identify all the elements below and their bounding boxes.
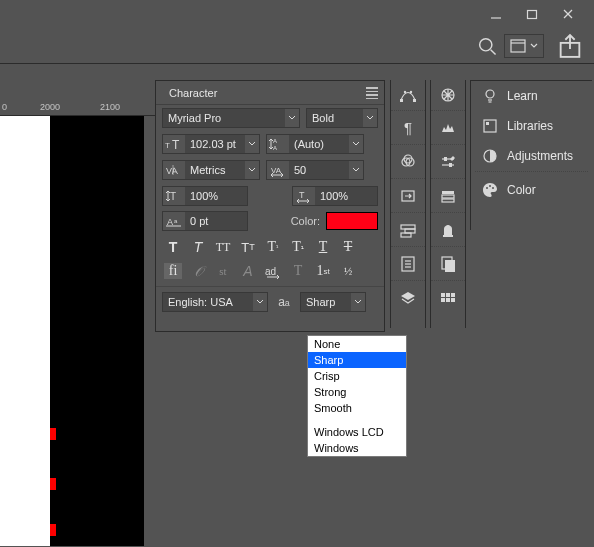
svg-text:T: T bbox=[170, 191, 176, 202]
tab-character[interactable]: Character bbox=[159, 84, 227, 104]
font-style-select[interactable]: Bold bbox=[306, 108, 378, 128]
svg-point-62 bbox=[489, 185, 491, 187]
font-family-select[interactable]: Myriad Pro bbox=[162, 108, 300, 128]
share-button[interactable] bbox=[556, 34, 584, 58]
subscript-button[interactable]: T₁ bbox=[289, 239, 307, 255]
chevron-down-icon bbox=[363, 109, 377, 127]
anti-alias-select[interactable]: Sharp bbox=[300, 292, 366, 312]
superscript-button[interactable]: T¹ bbox=[264, 239, 282, 255]
panel-menu-button[interactable] bbox=[366, 87, 378, 99]
options-bar bbox=[0, 28, 594, 64]
horizontal-scale-field[interactable]: T 100% bbox=[292, 186, 378, 206]
panel-label: Libraries bbox=[507, 119, 553, 133]
leading-field[interactable]: AA (Auto) bbox=[266, 134, 364, 154]
right-panel-list: Learn Libraries Adjustments Color bbox=[470, 80, 592, 230]
anti-alias-option[interactable]: Windows bbox=[308, 440, 406, 456]
swash-button[interactable]: A bbox=[239, 263, 257, 279]
contextual-alt-button[interactable]: 𝒪 bbox=[189, 263, 207, 279]
history-panel-button[interactable] bbox=[391, 212, 425, 246]
leading-value: (Auto) bbox=[289, 138, 349, 150]
ruler-tick: 0 bbox=[2, 102, 7, 112]
adjustments-panel-button[interactable]: Adjustments bbox=[471, 141, 592, 171]
anti-alias-option[interactable]: Sharp bbox=[308, 352, 406, 368]
lightbulb-icon bbox=[481, 87, 499, 105]
libraries-icon bbox=[481, 117, 499, 135]
kerning-field[interactable]: VA Metrics bbox=[162, 160, 260, 180]
ordinals-button[interactable]: T bbox=[289, 263, 307, 279]
path-panel-button[interactable] bbox=[391, 80, 425, 110]
ligatures-button[interactable]: fi bbox=[164, 263, 182, 279]
anti-alias-icon: aa bbox=[274, 295, 294, 309]
strikethrough-button[interactable]: T bbox=[339, 239, 357, 255]
libraries-panel-button[interactable]: Libraries bbox=[471, 111, 592, 141]
underline-button[interactable]: T bbox=[314, 239, 332, 255]
window-maximize-button[interactable] bbox=[514, 0, 550, 28]
titling-button[interactable]: ad bbox=[264, 263, 282, 279]
svg-rect-44 bbox=[442, 195, 454, 198]
svg-rect-51 bbox=[451, 293, 455, 297]
fractions-button[interactable]: ½ bbox=[339, 263, 357, 279]
histogram-panel-button[interactable] bbox=[431, 110, 465, 144]
layers-panel-button[interactable] bbox=[391, 280, 425, 314]
tabular-button[interactable]: 1st bbox=[314, 263, 332, 279]
canvas-area[interactable] bbox=[0, 116, 50, 546]
collapsed-panel-strip bbox=[430, 80, 466, 328]
text-color-swatch[interactable] bbox=[326, 212, 378, 230]
svg-line-5 bbox=[491, 50, 496, 55]
navigator-panel-button[interactable] bbox=[431, 80, 465, 110]
properties-panel-button[interactable] bbox=[431, 178, 465, 212]
clone-source-panel-button[interactable] bbox=[431, 212, 465, 246]
font-family-value: Myriad Pro bbox=[163, 112, 285, 124]
channels-panel-button[interactable] bbox=[391, 144, 425, 178]
canvas-black-shape[interactable] bbox=[50, 116, 144, 546]
language-select[interactable]: English: USA bbox=[162, 292, 268, 312]
svg-rect-50 bbox=[446, 293, 450, 297]
anti-alias-option[interactable]: Strong bbox=[308, 384, 406, 400]
tracking-icon: VA bbox=[267, 161, 289, 179]
swatches-panel-button[interactable] bbox=[431, 280, 465, 314]
svg-rect-45 bbox=[442, 199, 454, 202]
leading-icon: AA bbox=[267, 135, 289, 153]
anti-alias-option[interactable]: Crisp bbox=[308, 368, 406, 384]
color-panel-button[interactable]: Color bbox=[471, 175, 592, 205]
anti-alias-option[interactable]: Windows LCD bbox=[308, 424, 406, 440]
svg-text:a: a bbox=[174, 218, 178, 224]
brush-settings-panel-button[interactable] bbox=[431, 144, 465, 178]
svg-rect-52 bbox=[441, 298, 445, 302]
search-button[interactable] bbox=[476, 36, 498, 56]
faux-italic-button[interactable]: T bbox=[189, 239, 207, 255]
chevron-down-icon bbox=[349, 135, 363, 153]
faux-bold-button[interactable]: T bbox=[164, 239, 182, 255]
vertical-scale-value: 100% bbox=[185, 190, 247, 202]
paragraph-panel-button[interactable]: ¶ bbox=[391, 110, 425, 144]
baseline-shift-icon: Aa bbox=[163, 212, 185, 230]
arrange-documents-button[interactable] bbox=[504, 34, 544, 58]
all-caps-button[interactable]: TT bbox=[214, 239, 232, 255]
svg-text:ad: ad bbox=[265, 266, 276, 277]
baseline-shift-field[interactable]: Aa 0 pt bbox=[162, 211, 248, 231]
learn-panel-button[interactable]: Learn bbox=[471, 81, 592, 111]
stylistic-alt-button[interactable]: st bbox=[214, 263, 232, 279]
info-panel-button[interactable] bbox=[391, 246, 425, 280]
svg-rect-23 bbox=[400, 99, 403, 102]
title-bar bbox=[0, 0, 594, 28]
opentype-row: fi 𝒪 st A ad T 1st ½ bbox=[156, 259, 384, 283]
anti-alias-option[interactable]: None bbox=[308, 336, 406, 352]
anti-alias-option[interactable]: Smooth bbox=[308, 400, 406, 416]
window-close-button[interactable] bbox=[550, 0, 586, 28]
vertical-scale-field[interactable]: T 100% bbox=[162, 186, 248, 206]
chevron-down-icon bbox=[530, 42, 538, 50]
font-size-field[interactable]: TT 102.03 pt bbox=[162, 134, 260, 154]
styles-panel-button[interactable] bbox=[431, 246, 465, 280]
svg-point-26 bbox=[410, 91, 412, 93]
canvas-red-mark bbox=[50, 478, 56, 490]
tracking-field[interactable]: VA 50 bbox=[266, 160, 364, 180]
actions-panel-button[interactable] bbox=[391, 178, 425, 212]
horizontal-scale-value: 100% bbox=[315, 190, 377, 202]
kerning-value: Metrics bbox=[185, 164, 245, 176]
font-size-value: 102.03 pt bbox=[185, 138, 245, 150]
small-caps-button[interactable]: TT bbox=[239, 239, 257, 255]
svg-text:T: T bbox=[165, 141, 170, 150]
window-minimize-button[interactable] bbox=[478, 0, 514, 28]
svg-rect-49 bbox=[441, 293, 445, 297]
